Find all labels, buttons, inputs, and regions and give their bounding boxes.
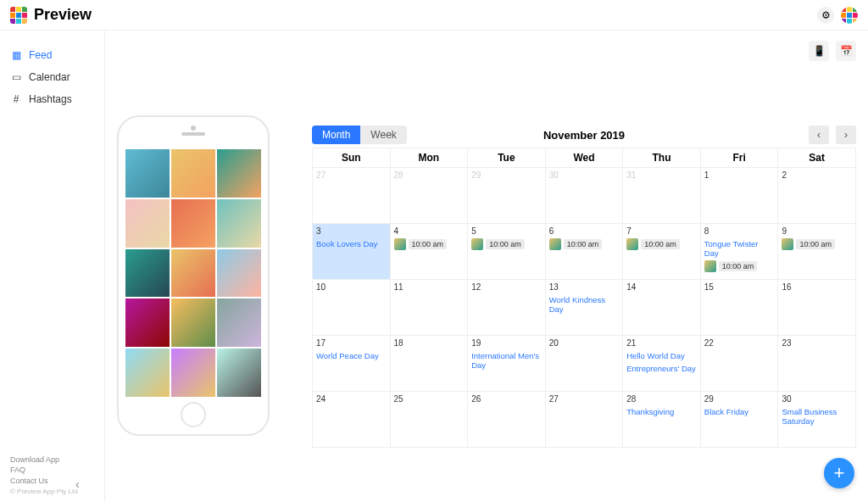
weekday-header: Thu	[623, 148, 701, 168]
calendar-cell[interactable]: 2	[778, 168, 856, 224]
calendar-cell[interactable]: 16	[778, 280, 856, 336]
scheduled-post[interactable]: 10:00 am	[704, 260, 775, 272]
holiday-event[interactable]: Black Friday	[704, 407, 775, 416]
feed-thumb[interactable]	[217, 199, 261, 248]
feed-thumb[interactable]	[125, 298, 170, 347]
sidebar-item-feed[interactable]: ▦ Feed	[10, 44, 94, 66]
post-thumb-icon	[782, 238, 793, 250]
calendar-cell[interactable]: 1	[700, 168, 778, 224]
calendar-cell[interactable]: 20	[545, 336, 623, 392]
sidebar-item-calendar[interactable]: ▭ Calendar	[10, 66, 94, 88]
footer-link[interactable]: Contact Us	[10, 476, 78, 487]
calendar-cell[interactable]: 10	[313, 280, 391, 336]
calendar-cell[interactable]: 21Hello World DayEntrepreneurs' Day	[623, 336, 701, 392]
holiday-event[interactable]: Entrepreneurs' Day	[626, 364, 697, 373]
calendar-cell[interactable]: 17World Peace Day	[313, 336, 391, 392]
calendar-cell[interactable]: 29	[468, 168, 546, 224]
day-number: 20	[549, 338, 620, 348]
view-tools: 📱 📅	[809, 41, 856, 61]
calendar-cell[interactable]: 27	[313, 168, 391, 224]
next-month-button[interactable]: ›	[836, 126, 856, 144]
post-thumb-icon	[471, 238, 483, 250]
calendar-cell[interactable]: 30	[545, 168, 623, 224]
calendar-cell[interactable]: 610:00 am	[545, 224, 623, 280]
calendar-view-button[interactable]: 📅	[836, 41, 856, 61]
settings-button[interactable]: ⚙	[817, 7, 834, 24]
month-view-button[interactable]: Month	[312, 126, 360, 144]
calendar-cell[interactable]: 30Small Business Saturday	[778, 392, 856, 448]
scheduled-post[interactable]: 10:00 am	[549, 238, 620, 250]
day-number: 12	[471, 282, 542, 292]
calendar-cell[interactable]: 27	[545, 392, 623, 448]
holiday-event[interactable]: Tongue Twister Day	[704, 239, 775, 258]
sidebar-item-label: Calendar	[29, 71, 70, 83]
calendar-cell[interactable]: 510:00 am	[468, 224, 546, 280]
calendar-cell[interactable]: 29Black Friday	[700, 392, 778, 448]
calendar-cell[interactable]: 710:00 am	[623, 224, 701, 280]
calendar-cell[interactable]: 910:00 am	[778, 224, 856, 280]
day-number: 30	[782, 394, 852, 404]
calendar-cell[interactable]: 19International Men's Day	[468, 336, 546, 392]
calendar-cell[interactable]: 18	[390, 336, 468, 392]
holiday-event[interactable]: Thanksgiving	[626, 407, 697, 416]
calendar-cell[interactable]: 25	[390, 392, 468, 448]
collapse-sidebar-button[interactable]: ‹	[75, 477, 80, 494]
day-number: 19	[471, 338, 542, 348]
calendar-cell[interactable]: 23	[778, 336, 856, 392]
holiday-event[interactable]: International Men's Day	[471, 351, 542, 370]
holiday-event[interactable]: World Kindness Day	[549, 295, 620, 314]
week-view-button[interactable]: Week	[360, 126, 406, 144]
feed-thumb[interactable]	[171, 199, 215, 248]
feed-thumb[interactable]	[125, 149, 170, 198]
calendar-cell[interactable]: 28	[390, 168, 468, 224]
feed-thumb[interactable]	[125, 249, 170, 298]
calendar-cell[interactable]: 14	[623, 280, 701, 336]
holiday-event[interactable]: Book Lovers Day	[316, 239, 387, 248]
day-number: 9	[782, 226, 852, 236]
feed-thumb[interactable]	[217, 298, 261, 347]
feed-thumb[interactable]	[171, 249, 215, 298]
holiday-event[interactable]: World Peace Day	[316, 351, 387, 360]
holiday-event[interactable]: Hello World Day	[626, 351, 697, 360]
calendar-cell[interactable]: 410:00 am	[390, 224, 468, 280]
footer-link[interactable]: FAQ	[10, 465, 78, 476]
phone-view-button[interactable]: 📱	[809, 41, 829, 61]
calendar-cell[interactable]: 28Thanksgiving	[623, 392, 701, 448]
calendar-icon: ▭	[10, 71, 22, 83]
calendar-cell[interactable]: 13World Kindness Day	[545, 280, 623, 336]
feed-thumb[interactable]	[125, 199, 170, 248]
calendar-cell[interactable]: 11	[390, 280, 468, 336]
feed-thumb[interactable]	[217, 349, 261, 397]
footer-link[interactable]: Download App	[10, 455, 78, 466]
calendar-cell[interactable]: 22	[700, 336, 778, 392]
avatar[interactable]	[841, 7, 858, 24]
calendar-cell[interactable]: 15	[700, 280, 778, 336]
day-number: 29	[471, 170, 542, 180]
post-thumb-icon	[704, 260, 716, 272]
feed-thumb[interactable]	[125, 349, 170, 397]
feed-thumb[interactable]	[171, 149, 215, 198]
calendar-cell[interactable]: 26	[468, 392, 546, 448]
scheduled-post[interactable]: 10:00 am	[471, 238, 542, 250]
day-number: 18	[394, 338, 465, 348]
prev-month-button[interactable]: ‹	[809, 126, 829, 144]
feed-thumb[interactable]	[171, 349, 215, 397]
add-button[interactable]: +	[824, 458, 854, 488]
feed-grid	[125, 149, 261, 397]
feed-thumb[interactable]	[217, 249, 261, 298]
calendar-cell[interactable]: 8Tongue Twister Day10:00 am	[700, 224, 778, 280]
calendar-cell[interactable]: 24	[313, 392, 391, 448]
plus-icon: +	[834, 462, 845, 484]
day-number: 30	[549, 170, 620, 180]
feed-thumb[interactable]	[171, 298, 215, 347]
scheduled-post[interactable]: 10:00 am	[626, 238, 697, 250]
feed-thumb[interactable]	[217, 149, 261, 198]
calendar-cell[interactable]: 3Book Lovers Day	[313, 224, 391, 280]
sidebar-item-hashtags[interactable]: # Hashtags	[10, 88, 94, 110]
calendar-cell[interactable]: 12	[468, 280, 546, 336]
scheduled-post[interactable]: 10:00 am	[782, 238, 852, 250]
holiday-event[interactable]: Small Business Saturday	[782, 407, 852, 426]
weekday-header: Sun	[313, 148, 391, 168]
scheduled-post[interactable]: 10:00 am	[394, 238, 465, 250]
calendar-cell[interactable]: 31	[623, 168, 701, 224]
